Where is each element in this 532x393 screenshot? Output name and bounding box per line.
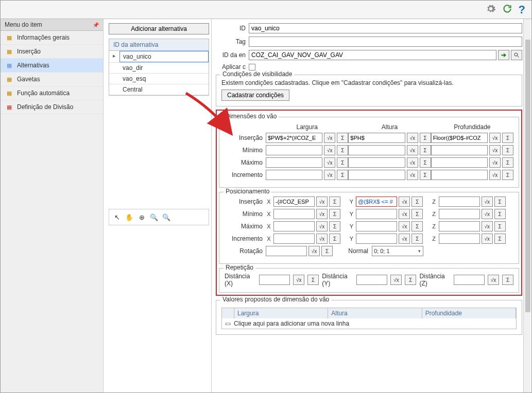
alt-row[interactable]: Central — [109, 84, 209, 95]
help-icon[interactable]: ? — [519, 3, 525, 16]
sqrt-icon[interactable]: √x — [407, 133, 418, 143]
hand-icon[interactable]: ✋ — [125, 212, 134, 222]
pos-min-y[interactable] — [356, 209, 397, 219]
sigma-icon[interactable]: Σ — [411, 196, 423, 207]
tag-input[interactable] — [249, 37, 522, 47]
sqrt-icon[interactable]: √x — [399, 196, 410, 207]
dim-max-d[interactable] — [431, 157, 488, 168]
rep-dz-input[interactable] — [454, 275, 485, 285]
sqrt-icon[interactable]: √x — [308, 246, 320, 256]
sqrt-icon[interactable]: √x — [399, 221, 410, 231]
sqrt-icon[interactable]: √x — [399, 234, 410, 244]
sqrt-icon[interactable]: √x — [482, 209, 493, 219]
sigma-icon[interactable]: Σ — [337, 170, 348, 180]
sqrt-icon[interactable]: √x — [407, 157, 418, 168]
sigma-icon[interactable]: Σ — [337, 133, 348, 143]
sigma-icon[interactable]: Σ — [329, 221, 340, 231]
sqrt-icon[interactable]: √x — [489, 170, 501, 180]
sqrt-icon[interactable]: √x — [316, 221, 328, 231]
pos-inc-x[interactable] — [273, 234, 315, 244]
sigma-icon[interactable]: Σ — [494, 196, 506, 207]
pos-insercao-y[interactable] — [356, 196, 397, 207]
sqrt-icon[interactable]: √x — [293, 275, 304, 285]
sigma-icon[interactable]: Σ — [405, 275, 416, 285]
goto-icon[interactable]: ➔ — [498, 50, 509, 60]
identry-input[interactable] — [249, 50, 496, 60]
search-icon[interactable] — [511, 50, 522, 60]
sqrt-icon[interactable]: √x — [316, 209, 328, 219]
sigma-icon[interactable]: Σ — [337, 145, 348, 155]
sigma-icon[interactable]: Σ — [307, 275, 319, 285]
sigma-icon[interactable]: Σ — [321, 246, 333, 256]
sqrt-icon[interactable]: √x — [488, 275, 499, 285]
sqrt-icon[interactable]: √x — [482, 196, 493, 207]
sqrt-icon[interactable]: √x — [489, 133, 501, 143]
sigma-icon[interactable]: Σ — [337, 157, 348, 168]
sigma-icon[interactable]: Σ — [420, 145, 431, 155]
dim-insercao-d[interactable] — [431, 133, 488, 143]
pos-min-x[interactable] — [273, 209, 315, 219]
dim-max-w[interactable] — [266, 157, 322, 168]
sidebar-item-insercao[interactable]: ▦Inserção — [1, 45, 103, 59]
sidebar-item-gavetas[interactable]: ▦Gavetas — [1, 73, 103, 86]
sidebar-item-definicao[interactable]: ▦Definição de Divisão — [1, 100, 103, 114]
add-alternative-button[interactable]: Adicionar alternativa — [109, 23, 209, 34]
sigma-icon[interactable]: Σ — [420, 170, 431, 180]
sqrt-icon[interactable]: √x — [324, 133, 335, 143]
sqrt-icon[interactable]: √x — [316, 234, 328, 244]
dim-insercao-w[interactable] — [266, 133, 322, 143]
pos-rot[interactable] — [266, 246, 307, 256]
sidebar-item-alternativas[interactable]: ▦Alternativas — [1, 59, 103, 73]
sqrt-icon[interactable]: √x — [489, 157, 501, 168]
sigma-icon[interactable]: Σ — [502, 145, 513, 155]
sqrt-icon[interactable]: √x — [324, 157, 335, 168]
sigma-icon[interactable]: Σ — [494, 234, 506, 244]
normal-select[interactable]: 0; 0; 1 — [372, 246, 423, 256]
dim-inc-w[interactable] — [266, 170, 322, 180]
sqrt-icon[interactable]: √x — [489, 145, 501, 155]
pos-max-z[interactable] — [439, 221, 480, 231]
dim-inc-d[interactable] — [431, 170, 488, 180]
sqrt-icon[interactable]: √x — [399, 209, 410, 219]
sqrt-icon[interactable]: √x — [482, 234, 493, 244]
dim-min-h[interactable] — [348, 145, 405, 155]
sidebar-item-funcao[interactable]: ▦Função automática — [1, 86, 103, 100]
sqrt-icon[interactable]: √x — [407, 145, 418, 155]
sqrt-icon[interactable]: √x — [316, 196, 328, 207]
sigma-icon[interactable]: Σ — [411, 234, 423, 244]
rep-dx-input[interactable] — [259, 275, 290, 285]
sqrt-icon[interactable]: √x — [407, 170, 418, 180]
alt-row[interactable]: vao_esq — [109, 74, 209, 84]
dim-min-w[interactable] — [266, 145, 322, 155]
dim-min-d[interactable] — [431, 145, 488, 155]
pointer-icon[interactable]: ↖ — [112, 212, 122, 222]
sigma-icon[interactable]: Σ — [494, 209, 506, 219]
pos-max-y[interactable] — [356, 221, 397, 231]
sigma-icon[interactable]: Σ — [420, 133, 431, 143]
sqrt-icon[interactable]: √x — [324, 145, 335, 155]
pos-inc-z[interactable] — [439, 234, 480, 244]
alt-row[interactable]: vao_dir — [109, 63, 209, 74]
vp-add-row[interactable]: ▭Clique aqui para adicionar uma nova lin… — [222, 318, 516, 329]
sidebar-item-info[interactable]: ▦Informações gerais — [1, 31, 103, 45]
pos-insercao-x[interactable] — [273, 196, 315, 207]
alt-row[interactable]: ▸vao_unico — [109, 51, 209, 63]
sqrt-icon[interactable]: √x — [390, 275, 402, 285]
rep-dy-input[interactable] — [356, 275, 387, 285]
sigma-icon[interactable]: Σ — [329, 209, 340, 219]
dim-inc-h[interactable] — [348, 170, 405, 180]
dim-max-h[interactable] — [348, 157, 405, 168]
gear-icon[interactable] — [486, 4, 496, 15]
dim-insercao-h[interactable] — [348, 133, 405, 143]
sigma-icon[interactable]: Σ — [411, 209, 423, 219]
pos-min-z[interactable] — [439, 209, 480, 219]
sigma-icon[interactable]: Σ — [502, 275, 513, 285]
apply-checkbox[interactable] — [249, 64, 255, 70]
sigma-icon[interactable]: Σ — [420, 157, 431, 168]
sigma-icon[interactable]: Σ — [502, 170, 513, 180]
pos-max-x[interactable] — [273, 221, 315, 231]
zoom-in-icon[interactable]: 🔍 — [149, 212, 159, 222]
refresh-icon[interactable] — [502, 4, 512, 15]
pos-inc-y[interactable] — [356, 234, 397, 244]
sigma-icon[interactable]: Σ — [502, 157, 513, 168]
